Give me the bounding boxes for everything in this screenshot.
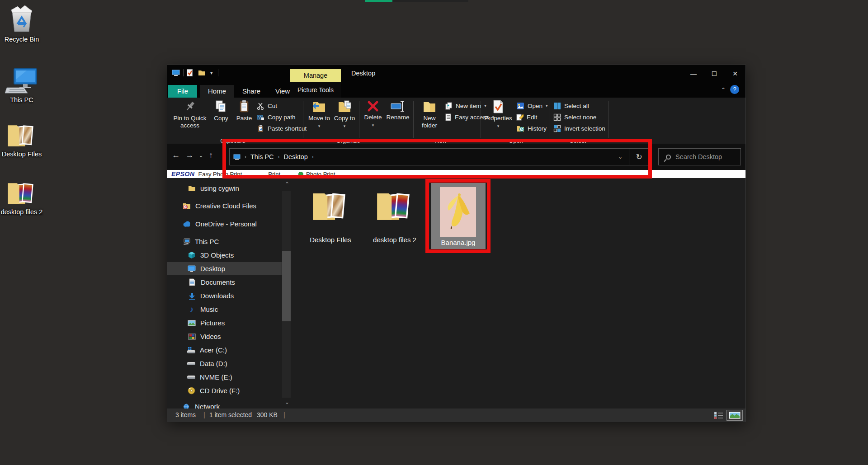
open-button[interactable]: Open ▾ <box>516 100 548 111</box>
sidebar-item-desktop[interactable]: Desktop <box>167 262 282 275</box>
sidebar-item-downloads[interactable]: Downloads <box>167 289 282 302</box>
file-name-label[interactable]: desktop files 2 <box>365 236 424 244</box>
sidebar-item-creative-cloud-files[interactable]: @Creative Cloud Files <box>167 199 282 212</box>
file-tile-desktop-files-2[interactable] <box>376 183 414 233</box>
tab-home[interactable]: Home <box>200 85 234 98</box>
sidebar-item-documents[interactable]: Documents <box>167 276 282 289</box>
sidebar-item-drive-c[interactable]: Acer (C:) <box>167 343 282 357</box>
desktop-background: Recycle Bin This PC Desktop FIles <box>0 0 868 465</box>
sidebar-scroll-down-icon[interactable]: ⌄ <box>283 399 291 405</box>
delete-button[interactable]: Delete▾ <box>363 100 383 129</box>
drive-icon <box>187 362 196 366</box>
this-pc-icon <box>4 68 39 94</box>
tab-picture-tools[interactable]: Picture Tools <box>290 82 341 98</box>
move-to-button[interactable]: Move to ▾ <box>307 100 331 130</box>
sidebar-item-this-pc[interactable]: This PC <box>167 235 282 248</box>
copy-path-button[interactable]: \\. Copy path <box>257 112 296 122</box>
maximize-button[interactable]: ☐ <box>704 65 725 82</box>
collapse-ribbon-chevron-icon[interactable]: ⌃ <box>721 87 726 93</box>
search-box[interactable] <box>658 148 741 165</box>
new-folder-button[interactable]: New folder <box>418 100 441 129</box>
sidebar-item-cd-drive-f[interactable]: CD Drive (F:) <box>167 384 282 397</box>
properties-quick-icon[interactable] <box>187 69 193 76</box>
status-divider: | <box>283 411 285 418</box>
paste-button[interactable]: Paste <box>233 100 255 122</box>
rename-button[interactable]: Rename <box>385 100 410 121</box>
copy-to-icon <box>337 100 352 113</box>
tab-share[interactable]: Share <box>236 85 267 98</box>
history-icon <box>516 125 524 132</box>
forward-icon[interactable]: → <box>185 150 193 160</box>
sidebar-item-network[interactable]: Network <box>167 400 282 409</box>
picture-icon <box>188 320 196 326</box>
up-icon[interactable]: ↑ <box>209 150 213 160</box>
folder-rainbow-icon <box>376 183 414 228</box>
this-pc-mini-icon <box>172 70 180 76</box>
file-tile-desktop-files[interactable] <box>311 183 349 233</box>
search-input[interactable] <box>675 153 730 160</box>
select-all-button[interactable]: Select all <box>553 100 589 111</box>
properties-icon <box>492 100 504 113</box>
top-edge-accent <box>365 0 392 2</box>
quick-access-toolbar: ▾ <box>172 69 222 76</box>
easy-access-icon <box>445 113 452 121</box>
status-selected-size: 300 KB <box>257 411 278 418</box>
details-view-button[interactable] <box>714 412 723 419</box>
copy-to-button[interactable]: Copy to ▾ <box>333 100 356 130</box>
history-button[interactable]: History <box>516 123 547 134</box>
select-none-button[interactable]: Select none <box>553 112 596 122</box>
status-item-count: 3 items <box>175 411 196 418</box>
recycle-bin-icon <box>7 4 37 33</box>
customize-toolbar-chevron-icon[interactable]: ▾ <box>210 70 213 76</box>
new-item-icon <box>445 102 453 110</box>
back-icon[interactable]: ← <box>172 150 180 160</box>
cut-button[interactable]: Cut <box>257 100 277 111</box>
close-button[interactable]: ✕ <box>725 65 745 82</box>
desktop-icon-label: Recycle Bin <box>0 35 43 43</box>
sidebar-item-music[interactable]: ♪Music <box>167 303 282 316</box>
sidebar-scroll-up-icon[interactable]: ⌃ <box>283 181 291 188</box>
desktop-icon-desktop-files-2[interactable]: desktop files 2 <box>0 179 43 216</box>
sidebar-item-drive-d[interactable]: Data (D:) <box>167 357 282 370</box>
sidebar-item-onedrive[interactable]: OneDrive - Personal <box>167 217 282 230</box>
sidebar-item-3d-objects[interactable]: 3D Objects <box>167 249 282 262</box>
folder-icon <box>188 185 196 192</box>
group-divider <box>481 101 481 138</box>
edit-icon <box>516 113 524 121</box>
desktop-icon-desktop-files[interactable]: Desktop FIles <box>0 121 43 158</box>
thumbnail-view-button[interactable] <box>726 410 743 421</box>
invert-selection-button[interactable]: Invert selection <box>553 123 605 134</box>
move-to-icon <box>312 100 326 113</box>
new-folder-quick-icon[interactable] <box>198 70 206 76</box>
onedrive-cloud-icon <box>183 221 191 227</box>
sidebar-item-drive-e[interactable]: NVME (E:) <box>167 371 282 384</box>
sidebar-item-using-cygwin[interactable]: using cygwin <box>167 182 282 195</box>
help-icon[interactable]: ? <box>730 85 739 94</box>
folder-photos-icon <box>7 121 37 148</box>
sidebar-item-videos[interactable]: Videos <box>167 330 282 343</box>
copy-icon <box>214 100 228 113</box>
pin-to-quick-access-button[interactable]: Pin to Quick access <box>170 100 210 129</box>
group-divider <box>608 101 609 138</box>
file-name-label[interactable]: Desktop FIles <box>301 236 360 244</box>
desktop-icon-this-pc[interactable]: This PC <box>0 68 43 104</box>
folder-rainbow-icon <box>7 179 37 206</box>
tab-file[interactable]: File <box>168 85 197 98</box>
properties-button[interactable]: Properties▾ <box>484 100 513 130</box>
toolbar-separator <box>218 69 218 76</box>
desktop-icon-label: desktop files 2 <box>0 208 43 216</box>
select-none-icon <box>553 113 561 121</box>
copy-button[interactable]: Copy <box>211 100 231 122</box>
paste-shortcut-button[interactable]: Paste shortcut <box>257 123 307 134</box>
recent-locations-chevron-icon[interactable]: ⌄ <box>199 153 203 159</box>
minimize-button[interactable]: — <box>683 65 704 82</box>
desktop-icon-recycle-bin[interactable]: Recycle Bin <box>0 4 43 43</box>
sidebar-scrollbar-thumb[interactable] <box>282 251 291 321</box>
group-divider <box>413 101 414 138</box>
tab-manage[interactable]: Manage <box>290 69 341 82</box>
document-icon <box>189 278 195 286</box>
edit-button[interactable]: Edit <box>516 112 537 122</box>
thumbnail-view-icon <box>729 412 741 419</box>
new-folder-icon <box>422 100 437 113</box>
sidebar-item-pictures[interactable]: Pictures <box>167 316 282 329</box>
